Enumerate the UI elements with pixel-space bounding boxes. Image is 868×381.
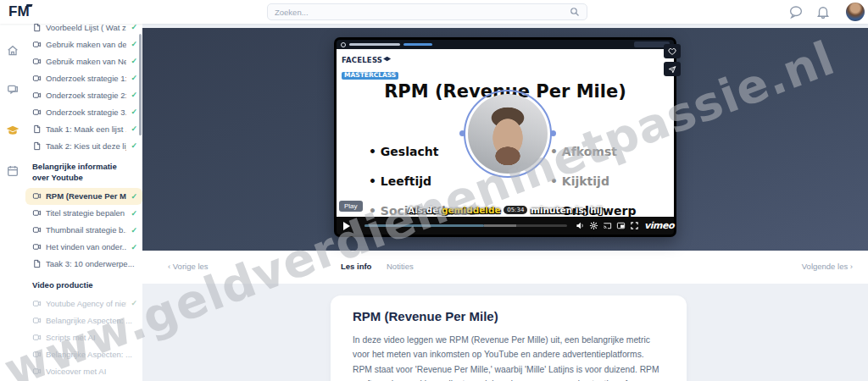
play-icon bbox=[343, 222, 350, 230]
brand-line2: MASTERCLASS bbox=[342, 72, 398, 80]
vimeo-logo[interactable]: vimeo bbox=[644, 220, 674, 231]
tab-notities[interactable]: Notities bbox=[387, 262, 414, 271]
progress-bar[interactable] bbox=[364, 224, 567, 227]
banner-link[interactable] bbox=[403, 43, 432, 46]
notifications-bell-icon[interactable] bbox=[815, 4, 831, 19]
lesson-item[interactable]: Onderzoek strategie 2:... ✓ bbox=[25, 86, 142, 103]
lesson-item[interactable]: Onderzoek strategie 1:... ✓ bbox=[25, 69, 142, 86]
lesson-label: Belangrijke Aspecten: ... bbox=[46, 316, 137, 325]
course-sidebar: Voorbeeld Lijst ( Wat zi... ✓ Gebruik ma… bbox=[25, 24, 142, 381]
search-input[interactable] bbox=[275, 8, 570, 17]
faceless-masterclass-logo: FACELESS MASTERCLASS bbox=[342, 52, 398, 80]
lesson-item[interactable]: Gebruik maken van de... ✓ bbox=[25, 36, 142, 52]
bullet-item: Leeftijd bbox=[369, 174, 476, 188]
completed-check-icon: ✓ bbox=[131, 40, 137, 48]
lesson-item[interactable]: Gebruik maken van Ne... ✓ bbox=[25, 52, 142, 69]
graduation-cap-icon bbox=[383, 57, 391, 62]
subtitle-text: minuten is, hij bbox=[531, 205, 603, 215]
video-icon bbox=[32, 40, 42, 49]
messages-icon[interactable] bbox=[788, 4, 804, 19]
share-button[interactable] bbox=[664, 62, 681, 76]
user-avatar[interactable] bbox=[846, 3, 865, 21]
lesson-item[interactable]: Scripts met AI bbox=[25, 329, 142, 345]
completed-check-icon: ✓ bbox=[131, 91, 137, 99]
video-icon bbox=[32, 333, 42, 342]
fullscreen-icon[interactable] bbox=[630, 221, 639, 230]
lesson-info-card: RPM (Revenue Per Mile) In deze video leg… bbox=[331, 295, 687, 381]
completed-check-icon: ✓ bbox=[131, 108, 137, 116]
lesson-label: Taak 1: Maak een lijst ... bbox=[46, 124, 126, 134]
completed-check-icon: ✓ bbox=[131, 243, 137, 251]
seek-time-bubble: 05:34 bbox=[504, 206, 527, 214]
lesson-item[interactable]: Titel strategie bepalen ✓ bbox=[25, 205, 142, 222]
banner-text bbox=[349, 43, 400, 46]
bullet-item: Kijktijd bbox=[550, 174, 636, 188]
section-title: Video productie bbox=[25, 273, 142, 295]
lesson-label: Belangrijke Aspecten: ... bbox=[46, 350, 137, 359]
lesson-item[interactable]: Onderzoek strategie 3... ✓ bbox=[25, 103, 142, 120]
next-lesson-link[interactable]: Volgende les › bbox=[802, 262, 853, 271]
sidebar-scrollbar[interactable] bbox=[139, 34, 142, 135]
task-doc-icon bbox=[32, 24, 42, 32]
app-logo[interactable]: FM bbox=[8, 3, 30, 20]
completed-check-icon: ✓ bbox=[131, 24, 137, 31]
courses-graduation-cap-icon[interactable] bbox=[6, 124, 19, 137]
lesson-item[interactable]: Voiceover met AI bbox=[25, 362, 142, 379]
video-icon bbox=[32, 91, 42, 100]
volume-icon[interactable] bbox=[576, 221, 585, 230]
lesson-item[interactable]: Taak 2: Kies uit deze lij... ✓ bbox=[25, 137, 142, 154]
chromecast-icon[interactable] bbox=[603, 221, 612, 230]
lesson-label: Onderzoek strategie 1:... bbox=[46, 74, 126, 83]
lesson-item[interactable]: Voorbeeld Lijst ( Wat zi... ✓ bbox=[25, 24, 142, 36]
player-top-banner[interactable] bbox=[337, 40, 674, 49]
lesson-label: Gebruik maken van de... bbox=[46, 40, 126, 49]
video-icon bbox=[32, 299, 42, 308]
video-icon bbox=[32, 316, 42, 325]
video-subtitle: Als de gemiddelde 05:34 minuten is, hij bbox=[334, 205, 676, 215]
play-button[interactable] bbox=[337, 218, 358, 234]
completed-check-icon: ✓ bbox=[131, 192, 137, 201]
lesson-label: Onderzoek strategie 2:... bbox=[46, 91, 126, 100]
lesson-item[interactable]: Thumbnail strategie b... ✓ bbox=[25, 222, 142, 239]
tab-les-info[interactable]: Les info bbox=[341, 262, 371, 271]
lesson-item[interactable]: Belangrijke Aspecten: ... bbox=[25, 312, 142, 329]
previous-lesson-link[interactable]: ‹ Vorige les bbox=[168, 262, 209, 271]
lesson-item[interactable]: Belangrijke Aspecten: ... bbox=[25, 345, 142, 362]
video-icon bbox=[32, 367, 42, 376]
lesson-item[interactable]: Youtube Agency of niet ✓ bbox=[25, 295, 142, 312]
presenter-webcam bbox=[464, 90, 552, 178]
search-icon bbox=[570, 7, 580, 17]
task-doc-icon bbox=[32, 141, 42, 151]
lesson-label: Scripts met AI bbox=[46, 333, 137, 342]
completed-check-icon: ✓ bbox=[131, 141, 137, 150]
home-icon[interactable] bbox=[6, 44, 19, 58]
video-icon bbox=[32, 208, 42, 218]
vimeo-player[interactable]: FACELESS MASTERCLASS RPM (Revenue Per Mi… bbox=[334, 37, 676, 237]
video-icon bbox=[32, 350, 42, 359]
app-window: FM Voorbeeld Lijst ( Wat zi... ✓ bbox=[0, 0, 868, 381]
presenter-photo bbox=[468, 94, 548, 174]
top-header: FM bbox=[0, 0, 868, 24]
completed-check-icon: ✓ bbox=[131, 226, 137, 235]
lesson-label: Titel strategie bepalen bbox=[46, 208, 126, 218]
settings-gear-icon[interactable] bbox=[589, 221, 598, 230]
video-icon bbox=[32, 108, 42, 117]
lesson-label: RPM (Revenue Per Mile) bbox=[46, 191, 126, 201]
progress-fill bbox=[364, 224, 484, 227]
picture-in-picture-icon[interactable] bbox=[616, 221, 626, 230]
completed-check-icon: ✓ bbox=[131, 57, 137, 65]
banner-icon bbox=[341, 42, 346, 47]
brand-line1: FACELESS bbox=[342, 56, 382, 64]
lesson-item[interactable]: Taak 1: Maak een lijst ... ✓ bbox=[25, 120, 142, 137]
search-bar[interactable] bbox=[267, 3, 587, 20]
lesson-item[interactable]: Het vinden van onder... ✓ bbox=[25, 239, 142, 256]
lesson-label: Gebruik maken van Ne... bbox=[46, 57, 126, 66]
lesson-item[interactable]: Taak 3: 10 onderwerpe... bbox=[25, 256, 142, 273]
paper-plane-icon bbox=[668, 65, 676, 74]
like-button[interactable] bbox=[664, 44, 681, 58]
lesson-label: Voorbeeld Lijst ( Wat zi... bbox=[46, 24, 126, 32]
community-icon[interactable] bbox=[6, 83, 19, 97]
lesson-item-active[interactable]: RPM (Revenue Per Mile) ✓ bbox=[25, 188, 142, 205]
calendar-icon[interactable] bbox=[6, 164, 19, 178]
video-icon bbox=[32, 225, 42, 235]
